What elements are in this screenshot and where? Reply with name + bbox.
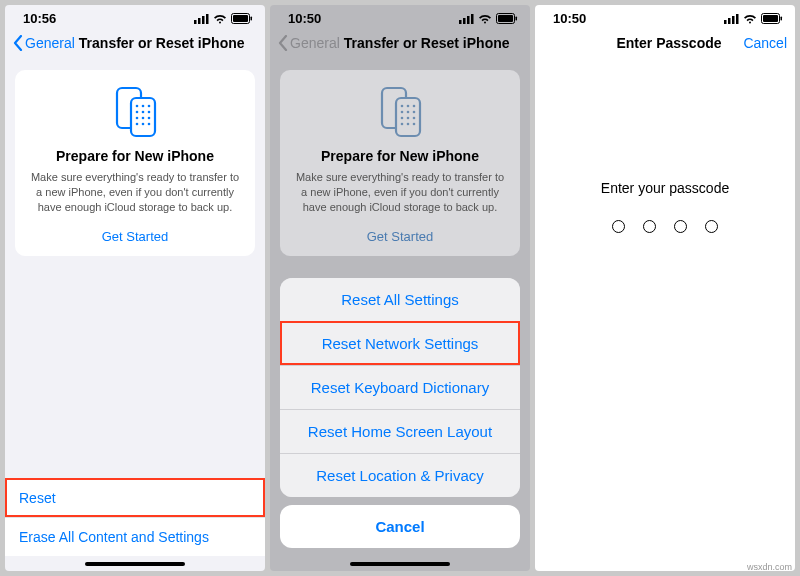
svg-point-15 bbox=[136, 117, 139, 120]
svg-rect-47 bbox=[763, 15, 778, 22]
svg-point-13 bbox=[142, 111, 145, 114]
reset-home-screen-layout-option[interactable]: Reset Home Screen Layout bbox=[280, 409, 520, 453]
passcode-dot bbox=[705, 220, 718, 233]
cellular-icon bbox=[459, 14, 474, 24]
get-started-link[interactable]: Get Started bbox=[29, 229, 241, 244]
passcode-dot bbox=[674, 220, 687, 233]
passcode-dot bbox=[612, 220, 625, 233]
svg-point-35 bbox=[413, 111, 416, 114]
action-sheet: Reset All Settings Reset Network Setting… bbox=[270, 278, 530, 556]
svg-rect-6 bbox=[251, 17, 253, 21]
svg-point-16 bbox=[142, 117, 145, 120]
battery-icon bbox=[496, 13, 518, 24]
status-bar: 10:56 bbox=[5, 5, 265, 28]
prepare-card: Prepare for New iPhone Make sure everyth… bbox=[280, 70, 520, 256]
status-icons bbox=[194, 13, 253, 24]
svg-rect-44 bbox=[732, 16, 735, 24]
svg-point-19 bbox=[142, 123, 145, 126]
get-started-link: Get Started bbox=[294, 229, 506, 244]
nav-bar: Enter Passcode Cancel bbox=[535, 28, 795, 60]
svg-point-31 bbox=[407, 105, 410, 108]
status-time: 10:50 bbox=[288, 11, 321, 26]
svg-point-37 bbox=[407, 117, 410, 120]
svg-point-12 bbox=[136, 111, 139, 114]
bottom-options: Reset Erase All Content and Settings bbox=[5, 478, 265, 556]
cellular-icon bbox=[194, 14, 209, 24]
action-sheet-cancel[interactable]: Cancel bbox=[280, 505, 520, 548]
home-indicator[interactable] bbox=[85, 562, 185, 566]
prepare-card: Prepare for New iPhone Make sure everyth… bbox=[15, 70, 255, 256]
svg-point-36 bbox=[401, 117, 404, 120]
watermark: wsxdn.com bbox=[747, 562, 792, 572]
svg-point-10 bbox=[142, 105, 145, 108]
svg-rect-21 bbox=[459, 20, 462, 24]
reset-all-settings-option[interactable]: Reset All Settings bbox=[280, 278, 520, 321]
svg-rect-3 bbox=[206, 14, 209, 24]
page-title: Transfer or Reset iPhone bbox=[344, 35, 510, 51]
svg-rect-24 bbox=[471, 14, 474, 24]
svg-point-11 bbox=[148, 105, 151, 108]
reset-network-settings-option[interactable]: Reset Network Settings bbox=[280, 321, 520, 365]
erase-row[interactable]: Erase All Content and Settings bbox=[5, 517, 265, 556]
svg-point-39 bbox=[401, 123, 404, 126]
svg-rect-2 bbox=[202, 16, 205, 24]
card-body: Make sure everything's ready to transfer… bbox=[294, 170, 506, 215]
wifi-icon bbox=[478, 14, 492, 24]
screen-reset-settings: 10:56 General Transfer or Reset iPhone bbox=[5, 5, 265, 571]
card-title: Prepare for New iPhone bbox=[29, 148, 241, 164]
wifi-icon bbox=[743, 14, 757, 24]
svg-rect-48 bbox=[781, 17, 783, 21]
nav-back-button: General bbox=[278, 35, 340, 51]
status-icons bbox=[459, 13, 518, 24]
svg-point-33 bbox=[401, 111, 404, 114]
passcode-area: Enter your passcode bbox=[535, 180, 795, 233]
passcode-dot bbox=[643, 220, 656, 233]
svg-point-14 bbox=[148, 111, 151, 114]
svg-rect-22 bbox=[463, 18, 466, 24]
page-title: Transfer or Reset iPhone bbox=[79, 35, 245, 51]
transfer-devices-icon bbox=[372, 86, 428, 138]
svg-point-30 bbox=[401, 105, 404, 108]
svg-rect-43 bbox=[728, 18, 731, 24]
card-body: Make sure everything's ready to transfer… bbox=[29, 170, 241, 215]
nav-back-label: General bbox=[290, 35, 340, 51]
passcode-dots[interactable] bbox=[535, 220, 795, 233]
status-time: 10:56 bbox=[23, 11, 56, 26]
battery-icon bbox=[761, 13, 783, 24]
svg-point-20 bbox=[148, 123, 151, 126]
svg-rect-0 bbox=[194, 20, 197, 24]
svg-rect-5 bbox=[233, 15, 248, 22]
svg-point-41 bbox=[413, 123, 416, 126]
svg-point-9 bbox=[136, 105, 139, 108]
nav-back-label: General bbox=[25, 35, 75, 51]
home-indicator[interactable] bbox=[350, 562, 450, 566]
status-bar: 10:50 bbox=[270, 5, 530, 28]
svg-point-34 bbox=[407, 111, 410, 114]
reset-row[interactable]: Reset bbox=[5, 478, 265, 517]
reset-keyboard-dictionary-option[interactable]: Reset Keyboard Dictionary bbox=[280, 365, 520, 409]
card-title: Prepare for New iPhone bbox=[294, 148, 506, 164]
chevron-left-icon bbox=[13, 35, 23, 51]
wifi-icon bbox=[213, 14, 227, 24]
svg-point-32 bbox=[413, 105, 416, 108]
svg-point-38 bbox=[413, 117, 416, 120]
svg-point-18 bbox=[136, 123, 139, 126]
svg-rect-45 bbox=[736, 14, 739, 24]
reset-location-privacy-option[interactable]: Reset Location & Privacy bbox=[280, 453, 520, 497]
screen-enter-passcode: 10:50 Enter Passcode Cancel Enter your p… bbox=[535, 5, 795, 571]
status-bar: 10:50 bbox=[535, 5, 795, 28]
svg-rect-26 bbox=[498, 15, 513, 22]
svg-rect-1 bbox=[198, 18, 201, 24]
page-title: Enter Passcode bbox=[616, 35, 721, 51]
nav-back-button[interactable]: General bbox=[13, 35, 75, 51]
screen-reset-actionsheet: 10:50 General Transfer or Reset iPhone bbox=[270, 5, 530, 571]
transfer-devices-icon bbox=[107, 86, 163, 138]
battery-icon bbox=[231, 13, 253, 24]
passcode-prompt: Enter your passcode bbox=[535, 180, 795, 196]
svg-point-17 bbox=[148, 117, 151, 120]
svg-rect-27 bbox=[516, 17, 518, 21]
cancel-button[interactable]: Cancel bbox=[743, 35, 787, 51]
svg-rect-42 bbox=[724, 20, 727, 24]
svg-point-40 bbox=[407, 123, 410, 126]
status-icons bbox=[724, 13, 783, 24]
